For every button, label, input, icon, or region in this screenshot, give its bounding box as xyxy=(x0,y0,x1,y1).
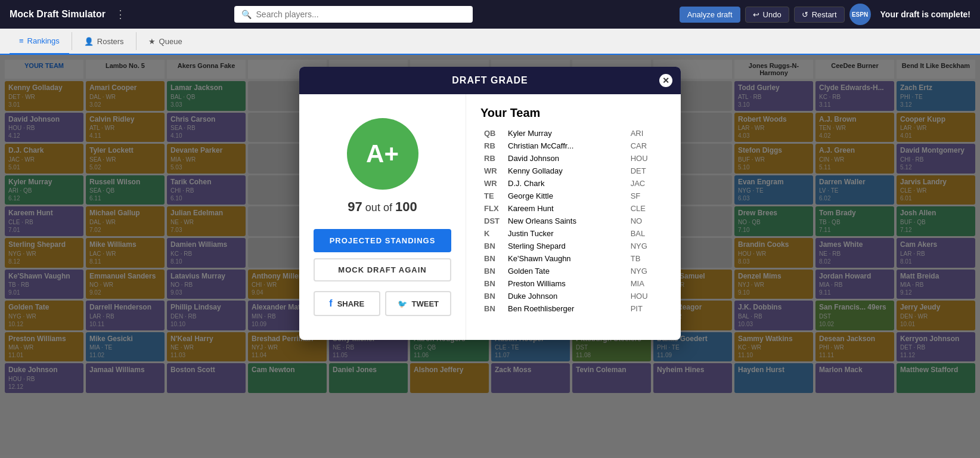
roster-player-name: Preston Williams xyxy=(504,277,627,290)
roster-team: NYG xyxy=(627,240,666,252)
search-input[interactable] xyxy=(256,10,466,19)
modal-left: A+ 97 out of 100 PROJECTED STANDINGS MOC… xyxy=(299,94,466,340)
roster-player-name: Duke Johnson xyxy=(504,290,627,302)
share-buttons: f SHARE 🐦 TWEET xyxy=(314,291,451,316)
modal-right: Your Team QB Kyler Murray ARIRB Christia… xyxy=(466,94,681,340)
rosters-label: Rosters xyxy=(97,37,124,46)
roster-row: WR D.J. Chark JAC xyxy=(480,177,666,190)
roster-player-name: Justin Tucker xyxy=(504,227,627,240)
restart-button[interactable]: ↺ Restart xyxy=(794,7,845,23)
roster-pos: BN xyxy=(480,240,504,252)
search-icon: 🔍 xyxy=(241,10,252,19)
roster-team: HOU xyxy=(627,152,666,165)
subnav-divider-2 xyxy=(136,32,137,50)
roster-team: MIA xyxy=(627,277,666,290)
modal-close-button[interactable]: ✕ xyxy=(659,74,672,87)
team-roster-table: QB Kyler Murray ARIRB Christian McCaffr.… xyxy=(480,127,666,315)
roster-pos: BN xyxy=(480,302,504,315)
roster-pos: BN xyxy=(480,277,504,290)
subnav-rankings[interactable]: ≡ Rankings xyxy=(10,28,69,54)
roster-player-name: Sterling Shepard xyxy=(504,240,627,252)
tweet-button[interactable]: 🐦 TWEET xyxy=(385,291,452,316)
topbar: Mock Draft Simulator ⋮ 🔍 Analyze draft ↩… xyxy=(0,0,980,29)
roster-team: PIT xyxy=(627,302,666,315)
roster-player-name: George Kittle xyxy=(504,190,627,202)
roster-team: JAC xyxy=(627,177,666,190)
app-logo: ESPN xyxy=(849,4,871,25)
roster-team: DET xyxy=(627,165,666,177)
roster-row: BN Ben Roethlisberger PIT xyxy=(480,302,666,315)
more-options-icon[interactable]: ⋮ xyxy=(115,8,126,21)
grade-score: 97 out of 100 xyxy=(348,199,417,215)
facebook-icon: f xyxy=(329,298,332,309)
roster-row: RB Christian McCaffr... CAR xyxy=(480,140,666,152)
roster-pos: FLX xyxy=(480,202,504,215)
roster-pos: TE xyxy=(480,190,504,202)
roster-player-name: Golden Tate xyxy=(504,265,627,277)
topbar-actions: Analyze draft ↩ Undo ↺ Restart ESPN Your… xyxy=(680,4,970,25)
roster-player-name: D.J. Chark xyxy=(504,177,627,190)
app-title: Mock Draft Simulator xyxy=(10,9,106,20)
share-facebook-button[interactable]: f SHARE xyxy=(314,291,380,316)
roster-player-name: Ke'Shawn Vaughn xyxy=(504,252,627,265)
roster-pos: WR xyxy=(480,165,504,177)
roster-team: NO xyxy=(627,215,666,227)
rankings-label: Rankings xyxy=(27,36,60,45)
roster-pos: RB xyxy=(480,152,504,165)
roster-row: FLX Kareem Hunt CLE xyxy=(480,202,666,215)
roster-row: DST New Orleans Saints NO xyxy=(480,215,666,227)
roster-row: BN Ke'Shawn Vaughn TB xyxy=(480,252,666,265)
roster-pos: BN xyxy=(480,290,504,302)
roster-player-name: Kyler Murray xyxy=(504,127,627,140)
roster-team: HOU xyxy=(627,290,666,302)
modal-overlay: DRAFT GRADE ✕ A+ 97 out of 100 PROJECTED… xyxy=(0,55,980,458)
main-content: YOUR TEAMLambo No. 5Akers Gonna FakeJone… xyxy=(0,55,980,458)
modal-header: DRAFT GRADE ✕ xyxy=(299,67,681,94)
draft-grade-modal: DRAFT GRADE ✕ A+ 97 out of 100 PROJECTED… xyxy=(299,67,681,340)
twitter-icon: 🐦 xyxy=(398,299,407,308)
roster-team: NYG xyxy=(627,265,666,277)
roster-player-name: Kareem Hunt xyxy=(504,202,627,215)
subnav-queue[interactable]: ★ Queue xyxy=(139,28,192,54)
roster-pos: DST xyxy=(480,215,504,227)
roster-team: BAL xyxy=(627,227,666,240)
subnav-rosters[interactable]: 👤 Rosters xyxy=(75,28,134,54)
roster-team: TB xyxy=(627,252,666,265)
your-team-title: Your Team xyxy=(480,106,666,120)
grade-number: 97 xyxy=(348,199,362,214)
roster-pos: QB xyxy=(480,127,504,140)
roster-pos: BN xyxy=(480,265,504,277)
mock-draft-again-button[interactable]: MOCK DRAFT AGAIN xyxy=(314,258,451,281)
roster-row: QB Kyler Murray ARI xyxy=(480,127,666,140)
projected-standings-button[interactable]: PROJECTED STANDINGS xyxy=(314,229,451,252)
roster-player-name: Kenny Golladay xyxy=(504,165,627,177)
modal-body: A+ 97 out of 100 PROJECTED STANDINGS MOC… xyxy=(299,94,681,340)
draft-complete-message: Your draft is complete! xyxy=(880,10,970,19)
roster-row: WR Kenny Golladay DET xyxy=(480,165,666,177)
grade-letter: A+ xyxy=(366,140,399,168)
roster-row: TE George Kittle SF xyxy=(480,190,666,202)
roster-team: SF xyxy=(627,190,666,202)
queue-label: Queue xyxy=(159,37,182,46)
search-bar[interactable]: 🔍 xyxy=(234,6,473,23)
rosters-icon: 👤 xyxy=(84,37,94,46)
roster-row: RB David Johnson HOU xyxy=(480,152,666,165)
roster-pos: BN xyxy=(480,252,504,265)
roster-row: BN Sterling Shepard NYG xyxy=(480,240,666,252)
roster-pos: WR xyxy=(480,177,504,190)
roster-team: CAR xyxy=(627,140,666,152)
roster-player-name: Christian McCaffr... xyxy=(504,140,627,152)
roster-row: K Justin Tucker BAL xyxy=(480,227,666,240)
roster-pos: RB xyxy=(480,140,504,152)
subnav-divider-1 xyxy=(72,32,72,50)
roster-row: BN Duke Johnson HOU xyxy=(480,290,666,302)
roster-pos: K xyxy=(480,227,504,240)
roster-player-name: New Orleans Saints xyxy=(504,215,627,227)
roster-row: BN Preston Williams MIA xyxy=(480,277,666,290)
roster-row: BN Golden Tate NYG xyxy=(480,265,666,277)
analyze-draft-button[interactable]: Analyze draft xyxy=(680,7,740,23)
subnav: ≡ Rankings 👤 Rosters ★ Queue xyxy=(0,29,980,55)
undo-button[interactable]: ↩ Undo xyxy=(745,7,789,23)
rankings-icon: ≡ xyxy=(19,36,24,45)
queue-icon: ★ xyxy=(148,37,156,46)
